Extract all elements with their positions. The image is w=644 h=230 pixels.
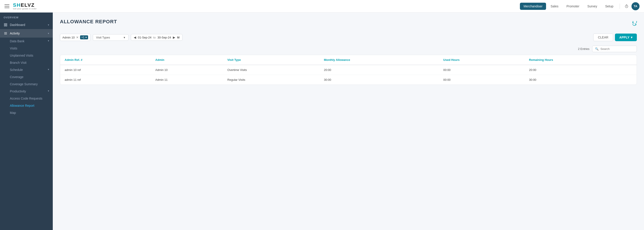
sidebar-item-unplanned-visits[interactable]: Unplanned Visits [0, 52, 53, 59]
sidebar-item-data-bank[interactable]: Data Bank ▾ [0, 38, 53, 45]
date-next-btn[interactable]: ▶ [173, 36, 175, 39]
avatar[interactable]: TA [632, 2, 640, 10]
col-visit-type: Visit Type [223, 55, 320, 65]
apply-chevron: ▾ [631, 36, 632, 39]
cell-admin: Admin 11 [151, 75, 223, 85]
page-title: ALLOWANCE REPORT [60, 19, 117, 25]
cell-monthly-allowance: 30:00 [320, 75, 439, 85]
main-content: ALLOWANCE REPORT Admin 10 ✕ +1 ▾ [53, 13, 644, 230]
nav-buttons: Merchandiser Sales Promoter Survey Setup… [520, 2, 640, 10]
nav-promoter[interactable]: Promoter [563, 3, 583, 10]
col-monthly-allowance: Monthly Allowance [320, 55, 439, 65]
col-remaining-hours: Remaining Hours [524, 55, 636, 65]
nav-survey[interactable]: Survey [584, 3, 601, 10]
svg-rect-2 [6, 24, 7, 25]
clear-button[interactable]: CLEAR [593, 34, 613, 41]
admin-tag-label: Admin 10 [62, 36, 75, 39]
col-admin: Admin [151, 55, 223, 65]
svg-rect-3 [4, 25, 5, 26]
svg-rect-4 [6, 25, 7, 26]
entries-count: 2 Entries [578, 47, 590, 51]
apply-button[interactable]: APPLY ▾ [615, 34, 637, 41]
search-input[interactable] [600, 47, 634, 51]
refresh-icon-btn[interactable] [632, 21, 637, 27]
cell-used-hours: 00:00 [439, 65, 524, 75]
sidebar-dashboard-label: Dashboard [10, 23, 25, 27]
sidebar-item-branch-visit[interactable]: Branch Visit [0, 59, 53, 66]
search-input-wrap: 🔍 [592, 46, 637, 52]
top-nav: SHELVZ Get your goods in order Merchandi… [0, 0, 644, 13]
admin-tag-close[interactable]: ✕ [76, 36, 79, 39]
logo-tagline: Get your goods in order [13, 8, 37, 10]
visit-types-filter[interactable]: Visit Types ▾ [93, 34, 128, 41]
sidebar-item-productivity[interactable]: Productivity ▾ [0, 88, 53, 95]
visit-types-chevron: ▾ [124, 36, 125, 39]
sidebar-item-coverage-summary[interactable]: Coverage Summary [0, 81, 53, 88]
sidebar-item-map[interactable]: Map [0, 109, 53, 116]
cell-used-hours: 00:00 [439, 75, 524, 85]
sidebar-item-visits[interactable]: Visits [0, 45, 53, 52]
date-prev-btn[interactable]: ◀ [134, 36, 136, 39]
col-admin-ref: Admin Ref. # [60, 55, 151, 65]
sidebar-item-allowance-report[interactable]: Allowance Report [0, 102, 53, 109]
sidebar-item-coverage[interactable]: Coverage [0, 73, 53, 81]
sidebar-overview-label: Overview [0, 13, 53, 21]
table-header-row: 2 Entries 🔍 [60, 46, 637, 52]
activity-chevron: ▾ [48, 32, 49, 35]
dashboard-icon [4, 23, 8, 27]
layout: Overview Dashboard ▾ Activity ▾ Data [0, 13, 644, 230]
date-to-separator: to [153, 36, 156, 39]
data-table: Admin Ref. # Admin Visit Type Monthly Al… [60, 55, 637, 85]
dashboard-chevron: ▾ [48, 24, 49, 26]
filters-row: Admin 10 ✕ +1 ▾ Visit Types ▾ ◀ 01-Sep-2… [60, 34, 637, 41]
activity-icon [4, 31, 8, 35]
table-row: admin 10 ref Admin 10 Overtime Visits 20… [60, 65, 636, 75]
sidebar: Overview Dashboard ▾ Activity ▾ Data [0, 13, 53, 230]
sidebar-item-activity[interactable]: Activity ▾ [0, 29, 53, 38]
date-mode: M [177, 36, 180, 39]
date-range-filter: ◀ 01-Sep-24 to 30-Sep-24 ▶ M [131, 34, 182, 41]
date-from: 01-Sep-24 [138, 36, 152, 39]
svg-rect-1 [4, 24, 5, 25]
sidebar-item-access-code-requests[interactable]: Access Code Requests [0, 95, 53, 102]
cell-visit-type: Regular Visits [223, 75, 320, 85]
search-icon: 🔍 [595, 47, 598, 51]
nav-merchandiser[interactable]: Merchandiser [520, 3, 546, 10]
filter-actions: CLEAR APPLY ▾ [593, 34, 637, 41]
sidebar-item-schedule[interactable]: Schedule ▾ [0, 66, 53, 73]
admin-filter-tag[interactable]: Admin 10 ✕ +1 ▾ [60, 34, 90, 41]
sidebar-item-dashboard[interactable]: Dashboard ▾ [0, 21, 53, 29]
hamburger-icon[interactable] [4, 5, 10, 8]
cell-admin-ref: admin 11 ref [60, 75, 151, 85]
cell-admin-ref: admin 10 ref [60, 65, 151, 75]
logo: SHELVZ Get your goods in order [13, 3, 37, 10]
timer-icon [624, 4, 628, 8]
date-to-value: 30-Sep-24 [158, 36, 171, 39]
cell-admin: Admin 10 [151, 65, 223, 75]
nav-sales[interactable]: Sales [547, 3, 562, 10]
table-row: admin 11 ref Admin 11 Regular Visits 30:… [60, 75, 636, 85]
cell-visit-type: Overtime Visits [223, 65, 320, 75]
col-used-hours: Used Hours [439, 55, 524, 65]
cell-remaining-hours: 30:00 [524, 75, 636, 85]
nav-setup[interactable]: Setup [602, 3, 617, 10]
visit-types-label: Visit Types [96, 36, 110, 39]
timer-icon-btn[interactable] [622, 2, 630, 10]
admin-tag-expand[interactable]: +1 ▾ [80, 35, 88, 39]
cell-remaining-hours: 20:00 [524, 65, 636, 75]
cell-monthly-allowance: 20:00 [320, 65, 439, 75]
sidebar-activity-label: Activity [10, 32, 20, 35]
